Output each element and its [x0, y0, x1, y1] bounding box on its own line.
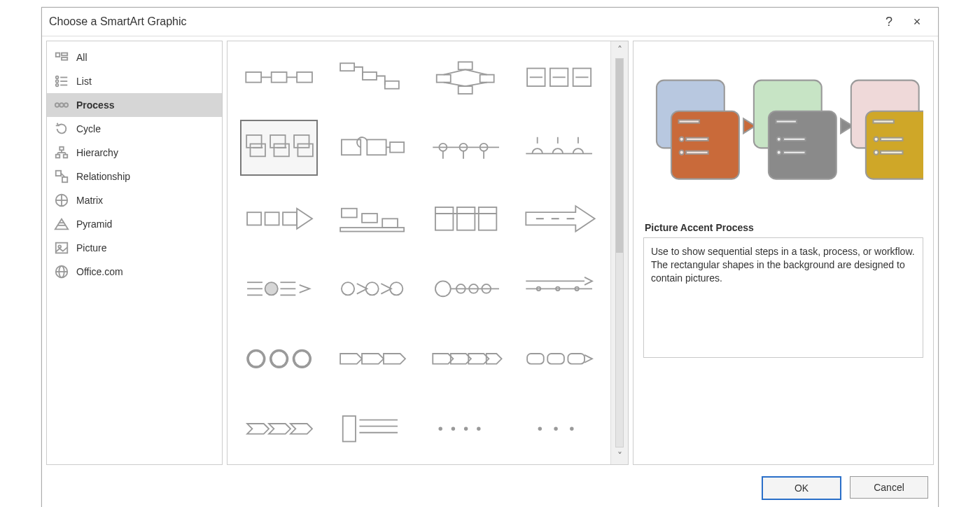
category-label: All [76, 52, 88, 63]
category-label: Pyramid [76, 218, 112, 230]
layout-detailed-process[interactable] [333, 120, 411, 174]
svg-rect-152 [783, 137, 806, 140]
svg-rect-83 [382, 218, 398, 228]
svg-point-136 [477, 427, 480, 430]
category-relationship[interactable]: Relationship [47, 165, 222, 188]
layout-chevron-process[interactable] [240, 191, 318, 246]
layout-circle-process[interactable] [240, 331, 318, 386]
svg-rect-86 [456, 207, 474, 230]
category-label: Cycle [76, 123, 101, 134]
svg-marker-117 [362, 354, 384, 364]
svg-point-5 [56, 80, 59, 83]
svg-marker-127 [269, 424, 290, 434]
layout-closed-chevron[interactable] [240, 401, 318, 456]
svg-rect-41 [458, 62, 472, 69]
svg-rect-65 [390, 142, 404, 153]
svg-rect-1 [62, 53, 67, 56]
scroll-handle[interactable] [616, 59, 623, 253]
hierarchy-icon [54, 145, 69, 160]
scroll-up-icon[interactable]: ˄ [617, 44, 622, 55]
svg-point-145 [680, 150, 684, 154]
svg-rect-33 [246, 72, 261, 83]
svg-rect-13 [56, 155, 60, 158]
layout-basic-process[interactable] [240, 50, 318, 104]
layout-circle-timeline[interactable] [427, 261, 505, 316]
layout-gallery: ˄ ˅ [227, 41, 629, 465]
category-cycle[interactable]: Cycle [47, 117, 222, 141]
category-hierarchy[interactable]: Hierarchy [47, 141, 222, 165]
svg-rect-150 [776, 120, 796, 123]
svg-point-143 [680, 137, 684, 141]
scroll-track[interactable] [615, 58, 624, 447]
gallery-scrollbar[interactable]: ˄ ˅ [610, 41, 628, 464]
layout-segmented-process[interactable] [520, 331, 598, 386]
svg-point-103 [435, 281, 450, 296]
svg-point-114 [271, 350, 288, 367]
svg-rect-2 [62, 57, 67, 60]
close-button[interactable]: × [903, 12, 931, 32]
category-pyramid[interactable]: Pyramid [47, 212, 222, 236]
svg-point-133 [439, 427, 442, 430]
ok-button[interactable]: OK [762, 476, 841, 500]
svg-point-159 [874, 137, 878, 141]
layout-continuous-arrow-process[interactable] [520, 191, 598, 246]
category-process[interactable]: Process [47, 93, 222, 117]
svg-point-11 [64, 103, 69, 107]
layout-process-arrows[interactable] [240, 261, 318, 316]
layout-picture-accent-process[interactable] [240, 120, 318, 176]
svg-point-7 [56, 84, 59, 87]
svg-rect-84 [340, 228, 404, 231]
globe-icon [54, 264, 69, 279]
svg-line-48 [465, 82, 486, 85]
category-label: Hierarchy [76, 147, 118, 158]
category-all[interactable]: All [47, 46, 222, 69]
svg-point-29 [58, 245, 61, 248]
layout-picture-strip-process[interactable] [520, 50, 598, 104]
category-label: Matrix [76, 195, 103, 206]
dialog-footer: OK Cancel [42, 469, 938, 507]
help-button[interactable]: ? [875, 12, 903, 32]
preview-description: Use to show sequential steps in a task, … [643, 237, 923, 358]
svg-marker-25 [55, 219, 68, 230]
category-picture[interactable]: Picture [47, 236, 222, 260]
svg-rect-146 [686, 151, 708, 153]
category-label: Process [76, 99, 114, 111]
svg-marker-116 [340, 354, 362, 364]
category-officecom[interactable]: Office.com [47, 260, 222, 284]
dialog-title: Choose a SmartArt Graphic [49, 15, 875, 28]
layout-dotted-process-1[interactable] [427, 401, 505, 456]
svg-rect-35 [297, 72, 312, 83]
svg-rect-82 [362, 214, 377, 223]
svg-point-115 [294, 350, 311, 367]
svg-point-3 [56, 76, 59, 79]
category-list[interactable]: List [47, 69, 222, 93]
layout-tabbed-process[interactable] [427, 191, 505, 246]
svg-marker-80 [297, 208, 312, 228]
svg-rect-79 [283, 212, 297, 225]
layout-dotted-process-2[interactable] [520, 401, 598, 456]
layout-half-circle-timeline[interactable] [520, 120, 598, 174]
cancel-button[interactable]: Cancel [850, 476, 928, 499]
category-label: Picture [76, 242, 107, 254]
layout-segmented-chevron[interactable] [427, 331, 505, 386]
svg-rect-20 [62, 177, 67, 182]
list-icon [54, 74, 69, 89]
layout-pill-chevron[interactable] [333, 331, 411, 386]
layout-sub-step-process[interactable] [333, 191, 411, 246]
svg-point-151 [777, 137, 781, 141]
category-matrix[interactable]: Matrix [47, 188, 222, 212]
svg-point-137 [538, 427, 541, 430]
svg-rect-55 [246, 135, 261, 148]
scroll-down-icon[interactable]: ˅ [617, 450, 622, 461]
svg-rect-19 [56, 171, 61, 176]
layout-circle-accent-timeline[interactable] [427, 120, 505, 174]
layout-basic-timeline[interactable] [520, 261, 598, 316]
layout-alternating-flow[interactable] [427, 50, 505, 104]
layout-chevron-list[interactable] [333, 261, 411, 316]
layout-vertical-list-process[interactable] [333, 401, 411, 456]
layout-step-down-process[interactable] [333, 50, 411, 104]
all-icon [54, 50, 69, 65]
svg-point-93 [265, 282, 278, 295]
svg-line-47 [443, 82, 465, 85]
svg-marker-126 [247, 424, 269, 434]
